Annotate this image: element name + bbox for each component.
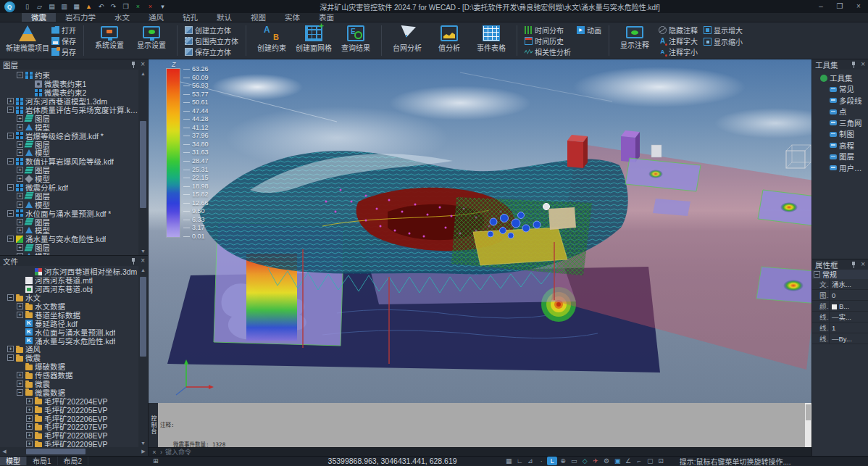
expand-toggle-icon[interactable]: −	[7, 107, 14, 113]
lineweight-toggle-icon[interactable]: ▣	[612, 457, 622, 465]
ribbon-tab[interactable]: 表面	[309, 13, 343, 22]
print-icon[interactable]: ▦	[71, 1, 82, 12]
expand-toggle-icon[interactable]: +	[17, 149, 23, 156]
separator-dot[interactable]: ·	[536, 457, 546, 465]
display-zoom-in-button[interactable]: 显示增大	[704, 25, 743, 35]
toolset-item[interactable]: 多段线	[814, 95, 868, 107]
qat-dropdown-icon[interactable]: ▾	[157, 1, 168, 12]
files-tree-item[interactable]: − 微震	[1, 354, 138, 362]
hide-annotation-button[interactable]: 隐藏注释	[659, 25, 698, 35]
layers-tree-item[interactable]: + 图层	[1, 191, 138, 200]
layers-tree-item[interactable]: − 数值计算岩爆风险等级.kdf	[1, 157, 138, 166]
animation-button[interactable]: ▶动画	[577, 25, 601, 35]
model-space-icon[interactable]: ▦	[504, 457, 514, 465]
brand-a-icon[interactable]: ▲	[83, 1, 94, 12]
restore-button[interactable]: ❐	[830, 0, 849, 13]
new-file-icon[interactable]: ▯	[22, 1, 33, 12]
layers-tree-item[interactable]: − 岩爆等级综合预测.kdf *	[1, 131, 138, 140]
time-distribution-button[interactable]: 时间分布	[525, 25, 571, 35]
property-row[interactable]: 线... 1	[812, 323, 868, 333]
files-tree-item[interactable]: − 水文	[1, 294, 138, 302]
system-settings-button[interactable]: 系统设置	[88, 22, 130, 59]
pin-icon[interactable]	[851, 62, 857, 68]
new-microseismic-project-button[interactable]: 新建微震项目	[7, 22, 49, 59]
open-file-icon[interactable]: ▱	[34, 1, 45, 12]
ribbon-tab[interactable]: 实体	[275, 13, 309, 22]
snap-toggle-icon[interactable]: ∟	[514, 457, 525, 465]
files-tree-item[interactable]: + 传感器数据	[1, 371, 138, 380]
ribbon-tab[interactable]: 钻孔	[173, 13, 207, 22]
ortho-toggle-icon[interactable]: L	[547, 457, 557, 465]
expand-toggle-icon[interactable]: +	[17, 227, 23, 233]
show-annotation-button[interactable]: 显示注释	[614, 22, 656, 59]
grid-toggle-icon[interactable]: ⊿	[525, 457, 535, 465]
create-constraint-button[interactable]: 创建约束	[251, 22, 293, 59]
annotation-font-down-button[interactable]: A注释字小	[659, 47, 698, 57]
console-scrollbar[interactable]	[805, 403, 811, 447]
expand-toggle-icon[interactable]: +	[26, 415, 33, 422]
expand-toggle-icon[interactable]: +	[17, 303, 23, 309]
layers-tree-item[interactable]: + 图层	[1, 140, 138, 149]
property-row[interactable]: 颜... B...	[812, 301, 868, 312]
display-zoom-out-button[interactable]: 显示缩小	[704, 37, 743, 46]
close-icon[interactable]: ×	[861, 261, 865, 268]
network-analysis-button[interactable]: 台网分析	[386, 22, 428, 59]
expand-toggle-icon[interactable]: −	[7, 158, 14, 165]
open-button[interactable]: 打开	[51, 25, 76, 35]
close-icon[interactable]: ×	[141, 257, 145, 265]
ribbon-tab[interactable]: 岩石力学	[56, 13, 105, 22]
dyn-input-icon[interactable]: ✈	[591, 457, 601, 465]
layers-tree-item[interactable]: − 涌水量与突水危险性.kdf	[1, 235, 138, 244]
polar-toggle-icon[interactable]: ⊕	[558, 457, 568, 465]
layout-tab[interactable]: 布局2	[58, 457, 89, 465]
expand-toggle-icon[interactable]: +	[26, 407, 33, 413]
expand-toggle-icon[interactable]: +	[17, 253, 23, 255]
viewport-icon[interactable]: ❒	[120, 1, 131, 12]
toolset-item[interactable]: 高程	[814, 140, 868, 151]
toolset-item[interactable]: 用户扩展	[814, 162, 868, 174]
console-output[interactable]: 注释: 微震事件数量: 1328 时间范围: 2025-07-01 00:57:…	[158, 403, 805, 447]
files-tree-item[interactable]: + 毛坪矿202209EVP	[1, 440, 138, 447]
expand-toggle-icon[interactable]: +	[26, 423, 33, 430]
expand-toggle-icon[interactable]: +	[17, 193, 23, 199]
expand-toggle-icon[interactable]: −	[17, 389, 23, 396]
layers-tree-item[interactable]: + 模型	[1, 175, 138, 183]
console-tab[interactable]: 控制台	[149, 403, 158, 447]
ribbon-tab[interactable]: 通风	[139, 13, 173, 22]
osnap-toggle-icon[interactable]: ▭	[569, 457, 579, 465]
close-button[interactable]: ×	[849, 0, 868, 13]
expand-toggle-icon[interactable]: +	[7, 98, 14, 104]
layout-tab[interactable]: 模型	[0, 457, 27, 465]
expand-toggle-icon[interactable]: −	[7, 184, 14, 191]
expand-toggle-icon[interactable]: −	[7, 236, 14, 242]
isolate-objects-icon[interactable]: ▢	[645, 457, 655, 465]
expand-toggle-icon[interactable]: +	[17, 175, 23, 182]
files-horizontal-scrollbar[interactable]: ◀ ▶	[0, 447, 148, 456]
expand-toggle-icon[interactable]: +	[26, 398, 33, 404]
layers-tree-item[interactable]: − 岩体质量评估与采场宽度计算.kdf *	[1, 106, 138, 115]
ribbon-tab[interactable]: 微震	[22, 13, 56, 22]
pin-icon[interactable]	[130, 62, 137, 68]
expand-toggle-icon[interactable]: +	[17, 201, 23, 208]
property-row[interactable]: 线... —By...	[812, 333, 868, 344]
toolset-item[interactable]: 图层	[814, 151, 868, 162]
command-close-icon[interactable]: ×	[149, 449, 160, 456]
expand-toggle-icon[interactable]: +	[26, 441, 33, 447]
pin-icon[interactable]	[851, 262, 857, 268]
expand-toggle-icon[interactable]: +	[17, 372, 23, 378]
files-vertical-scrollbar[interactable]: ▲ ▼	[138, 266, 148, 447]
undo-icon[interactable]: ↶	[96, 1, 107, 12]
expand-toggle-icon[interactable]: +	[17, 115, 23, 122]
files-tree-item[interactable]: 涌水量与突水危险性.kdf	[1, 336, 138, 345]
save-cube-button[interactable]: 保存立方体	[185, 47, 238, 57]
toolset-item[interactable]: 点	[814, 106, 868, 117]
property-row[interactable]: 文... 涌水...	[812, 279, 868, 290]
units-toggle-icon[interactable]: ⊡	[656, 457, 666, 465]
save-button[interactable]: 保存	[51, 36, 76, 46]
create-cube-button[interactable]: 创建立方体	[185, 25, 238, 35]
layers-tree-item[interactable]: + 图层	[1, 217, 138, 226]
expand-toggle-icon[interactable]: +	[17, 380, 23, 387]
layers-tree-item[interactable]: + 图层	[1, 166, 138, 175]
toolset-item[interactable]: 常见	[814, 83, 868, 95]
wrap-cube-button[interactable]: 包围壳立方体	[185, 36, 238, 46]
